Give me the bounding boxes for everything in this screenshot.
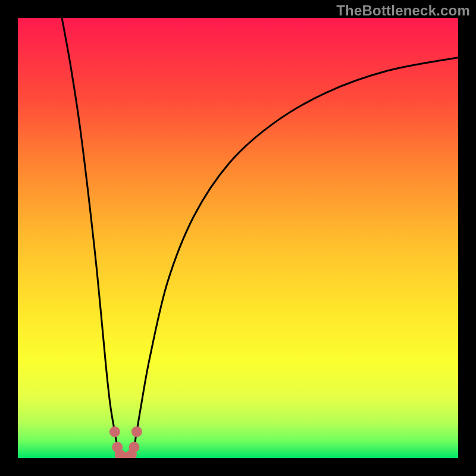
- notch-marker: [129, 442, 139, 453]
- curve-layer: [18, 18, 458, 458]
- plot-area: [18, 18, 458, 458]
- notch-marker: [131, 427, 142, 437]
- notch-marker: [109, 427, 120, 437]
- watermark-text: TheBottleneck.com: [336, 2, 470, 19]
- left-branch-curve: [62, 18, 119, 458]
- chart-frame: TheBottleneck.com: [0, 0, 476, 476]
- notch-markers: [109, 427, 142, 458]
- right-branch-curve: [132, 58, 458, 458]
